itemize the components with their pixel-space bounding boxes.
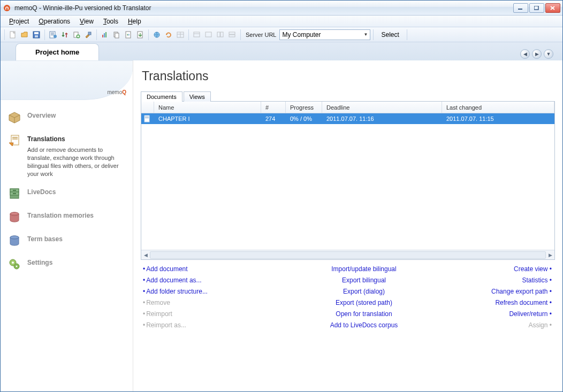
open-icon[interactable]: [19, 29, 30, 40]
col-progress[interactable]: Progress: [286, 102, 322, 113]
nav-forward-icon[interactable]: ▶: [532, 49, 542, 59]
link-change-export[interactable]: Change export path: [491, 288, 547, 295]
new-icon[interactable]: [7, 29, 18, 40]
cell-name: CHAPTER I: [154, 116, 261, 122]
svg-point-11: [54, 35, 57, 38]
grid5-icon[interactable]: [227, 29, 238, 40]
sidebar-item-settings[interactable]: Settings: [4, 252, 130, 276]
globe-icon[interactable]: [151, 29, 162, 40]
gear-icon: [7, 257, 22, 272]
link-add-livedocs[interactable]: Add to LiveDocs corpus: [330, 321, 398, 329]
sort-icon[interactable]: [59, 29, 70, 40]
svg-rect-51: [145, 118, 149, 118]
close-button[interactable]: [545, 3, 560, 13]
svg-rect-29: [217, 32, 220, 37]
tab-project-home[interactable]: Project home: [16, 43, 99, 60]
svg-rect-17: [105, 32, 106, 37]
sidebar-tb-label: Term bases: [27, 233, 63, 243]
menu-view[interactable]: View: [75, 17, 98, 26]
sidebar-tm-label: Translation memories: [27, 210, 94, 219]
cell-changed: 2011.07.07. 11:15: [442, 116, 554, 122]
refresh-icon[interactable]: [163, 29, 174, 40]
link-import-bilingual[interactable]: Import/update bilingual: [331, 265, 396, 273]
svg-rect-28: [206, 32, 211, 37]
subtab-documents[interactable]: Documents: [141, 91, 182, 102]
menu-help[interactable]: Help: [124, 17, 146, 26]
link-export-stored[interactable]: Export (stored path): [336, 299, 392, 306]
link-reimport-as: Reimport as...: [146, 321, 186, 329]
link-deliver[interactable]: Deliver/return: [509, 310, 547, 318]
link-add-document[interactable]: Add document: [146, 265, 187, 273]
menu-tools[interactable]: Tools: [99, 17, 123, 26]
menu-operations[interactable]: Operations: [34, 17, 74, 26]
scroll-left-icon[interactable]: ◀: [141, 251, 150, 259]
project-home-icon[interactable]: [48, 29, 58, 40]
svg-point-48: [16, 266, 18, 267]
link-add-document-as[interactable]: Add document as...: [146, 276, 201, 284]
svg-rect-34: [12, 137, 18, 138]
sidebar-item-tb[interactable]: Term bases: [4, 229, 130, 252]
tb-icon: [7, 233, 22, 248]
cell-progress: 0% / 0%: [286, 116, 322, 122]
svg-rect-26: [194, 32, 200, 37]
link-assign: Assign: [528, 321, 547, 329]
sidebar-item-livedocs[interactable]: LiveDocs: [4, 182, 130, 205]
grid2-icon[interactable]: [192, 29, 202, 40]
add-doc-icon[interactable]: [71, 29, 82, 40]
link-export-dialog[interactable]: Export (dialog): [343, 288, 385, 295]
maximize-button[interactable]: [529, 3, 544, 13]
col-changed[interactable]: Last changed: [442, 102, 554, 113]
subtab-views[interactable]: Views: [184, 91, 211, 102]
nav-dropdown-icon[interactable]: ▼: [544, 49, 553, 59]
xliff-icon[interactable]: [123, 29, 134, 40]
tool-icon[interactable]: [83, 29, 94, 40]
svg-point-46: [12, 262, 14, 264]
grid3-icon[interactable]: [203, 29, 214, 40]
link-create-view[interactable]: Create view: [514, 265, 547, 273]
horizontal-scrollbar[interactable]: ◀ ▶: [141, 250, 554, 259]
nav-back-icon[interactable]: ◀: [520, 49, 530, 59]
window-title: memoQ - Winnie-ille-Pu versioned kb Tran…: [14, 4, 513, 12]
export-icon[interactable]: [135, 29, 146, 40]
minimize-button[interactable]: [513, 3, 528, 13]
col-num[interactable]: #: [261, 102, 286, 113]
svg-rect-1: [518, 9, 522, 10]
save-icon[interactable]: [31, 29, 42, 40]
col-deadline[interactable]: Deadline: [322, 102, 442, 113]
toolbar: Server URL My Computer ▼ Select: [1, 27, 562, 42]
sidebar-item-tm[interactable]: Translation memories: [4, 205, 130, 229]
svg-rect-31: [229, 32, 235, 34]
server-url-combo[interactable]: My Computer ▼: [279, 29, 370, 40]
select-button[interactable]: Select: [376, 29, 404, 40]
translations-icon: [7, 133, 22, 148]
link-refresh-doc[interactable]: Refresh document: [495, 299, 547, 306]
svg-rect-16: [104, 33, 105, 37]
sidebar-item-translations[interactable]: Translations Add or remove documents to …: [4, 129, 130, 182]
stats-icon[interactable]: [100, 29, 110, 40]
copy-icon[interactable]: [111, 29, 122, 40]
col-name[interactable]: Name: [154, 102, 261, 113]
svg-rect-9: [51, 34, 54, 34]
scroll-right-icon[interactable]: ▶: [546, 251, 554, 259]
link-statistics[interactable]: Statistics: [522, 276, 547, 284]
menu-project[interactable]: Project: [5, 17, 33, 26]
doc-icon: [141, 115, 154, 122]
cabinet-icon: [7, 186, 22, 201]
cell-deadline: 2011.07.07. 11:16: [322, 116, 442, 122]
sidebar-item-overview[interactable]: Overview: [4, 105, 130, 129]
link-add-folder[interactable]: Add folder structure...: [146, 288, 208, 295]
svg-rect-6: [35, 35, 38, 37]
svg-rect-39: [13, 190, 16, 191]
link-open-translation[interactable]: Open for translation: [336, 310, 392, 318]
svg-rect-32: [229, 35, 235, 37]
main-panel: Translations Documents Views Name # Prog…: [133, 60, 562, 392]
grid4-icon[interactable]: [215, 29, 226, 40]
link-export-bilingual[interactable]: Export bilingual: [342, 276, 386, 284]
table-row[interactable]: CHAPTER I 274 0% / 0% 2011.07.07. 11:16 …: [141, 113, 554, 124]
svg-rect-15: [102, 35, 103, 37]
svg-rect-20: [126, 32, 131, 38]
sidebar-header: memoQ: [1, 60, 133, 100]
svg-rect-35: [12, 139, 18, 140]
svg-rect-10: [51, 35, 54, 35]
grid1-icon[interactable]: [175, 29, 186, 40]
